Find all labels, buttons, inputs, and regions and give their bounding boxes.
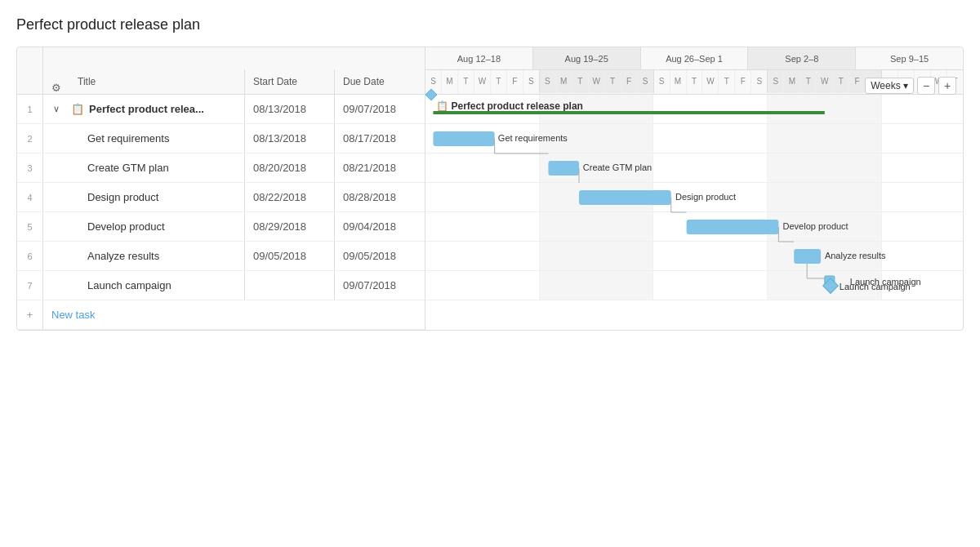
week-label-5: Sep 9–15 <box>856 47 963 69</box>
task-start-date: 09/05/2018 <box>245 242 335 270</box>
task-title[interactable]: Launch campaign <box>69 271 245 300</box>
task-bar-develop-product[interactable] <box>687 220 779 234</box>
gantt-container: ⚙ Title Start Date Due Date 1 ∨ 📋 Perfec… <box>16 47 964 331</box>
task-due-date: 09/07/2018 <box>335 95 425 123</box>
task-bar-get-requirements[interactable] <box>433 131 494 146</box>
week-label-4: Sep 2–8 <box>748 47 856 69</box>
task-start-date <box>245 271 335 300</box>
task-due-date: 08/17/2018 <box>335 124 425 153</box>
task-title[interactable]: Develop product <box>69 212 245 241</box>
milestone-label: Launch campaign <box>840 282 911 291</box>
zoom-in-button[interactable]: + <box>938 77 956 95</box>
table-row[interactable]: 1 ∨ 📋 Perfect product relea... 08/13/201… <box>17 95 425 124</box>
table-row[interactable]: 2 Get requirements 08/13/2018 08/17/2018 <box>17 124 425 153</box>
bar-label-design-product: Design product <box>675 192 736 202</box>
task-title[interactable]: 📋 Perfect product relea... <box>69 95 245 123</box>
page: Perfect product release plan ⚙ Title Sta… <box>0 0 980 547</box>
table-row[interactable]: 4 Design product 08/22/2018 08/28/2018 <box>17 183 425 212</box>
task-bar-design-product[interactable] <box>579 190 671 205</box>
task-start-date: 08/20/2018 <box>245 153 335 182</box>
week-label-1: Aug 12–18 <box>425 47 533 69</box>
table-row[interactable]: 5 Develop product 08/29/2018 09/04/2018 <box>17 212 425 242</box>
gantt-svg: .pct { } 📋 Perfect product release plan … <box>425 95 963 300</box>
bar-label-get-requirements: Get requirements <box>498 133 568 143</box>
task-title[interactable]: Design product <box>69 183 245 211</box>
week-label-3: Aug 26–Sep 1 <box>641 47 749 69</box>
task-title[interactable]: Get requirements <box>69 124 245 153</box>
row-number: 1 <box>17 95 43 123</box>
row-number: 5 <box>17 212 43 241</box>
milestone-row: Launch campaign <box>425 271 963 300</box>
bar-label-create-gtm: Create GTM plan <box>583 162 652 172</box>
day-labels-row: S M T W T F S S M T W T F S S <box>425 70 963 93</box>
task-title[interactable]: Analyze results <box>69 242 245 270</box>
page-title: Perfect product release plan <box>16 16 964 33</box>
task-start-date: 08/29/2018 <box>245 212 335 241</box>
week-labels-row: Aug 12–18 Aug 19–25 Aug 26–Sep 1 Sep 2–8… <box>425 47 963 70</box>
week-label-2: Aug 19–25 <box>533 47 641 69</box>
collapse-icon[interactable]: ∨ <box>43 95 69 123</box>
row-number: 7 <box>17 271 43 300</box>
gantt-body: .pct { } 📋 Perfect product release plan … <box>425 95 963 300</box>
gantt-chart: Aug 12–18 Aug 19–25 Aug 26–Sep 1 Sep 2–8… <box>425 47 963 330</box>
new-task-row[interactable]: + New task <box>17 300 425 330</box>
row-num-header <box>17 47 43 94</box>
task-bar-analyze-results[interactable] <box>794 249 821 264</box>
task-due-date: 08/21/2018 <box>335 153 425 182</box>
row-number: 6 <box>17 242 43 270</box>
task-due-date: 08/28/2018 <box>335 183 425 211</box>
col-due-header: Due Date <box>335 69 425 94</box>
col-title-header: Title <box>69 69 245 94</box>
task-due-date: 09/05/2018 <box>335 242 425 270</box>
bar-label-develop-product: Develop product <box>783 221 849 231</box>
gantt-header: Aug 12–18 Aug 19–25 Aug 26–Sep 1 Sep 2–8… <box>425 47 963 95</box>
table-header: ⚙ Title Start Date Due Date <box>17 47 425 95</box>
settings-icon[interactable]: ⚙ <box>43 82 69 94</box>
col-start-header: Start Date <box>245 69 335 94</box>
table-row[interactable]: 7 Launch campaign 09/07/2018 <box>17 271 425 300</box>
task-doc-icon: 📋 <box>71 103 84 115</box>
row-number: 3 <box>17 153 43 182</box>
task-start-date: 08/13/2018 <box>245 95 335 123</box>
table-row[interactable]: 3 Create GTM plan 08/20/2018 08/21/2018 <box>17 153 425 183</box>
task-start-date: 08/22/2018 <box>245 183 335 211</box>
project-bar-label: 📋 Perfect product release plan <box>436 100 583 112</box>
milestone-diamond-shape[interactable] <box>822 278 839 294</box>
task-due-date: 09/07/2018 <box>335 271 425 300</box>
task-table: ⚙ Title Start Date Due Date 1 ∨ 📋 Perfec… <box>17 47 425 330</box>
table-row[interactable]: 6 Analyze results 09/05/2018 09/05/2018 <box>17 242 425 271</box>
task-title[interactable]: Create GTM plan <box>69 153 245 182</box>
row-number: 2 <box>17 124 43 153</box>
new-task-button[interactable]: New task <box>43 309 425 321</box>
add-task-plus-icon: + <box>17 300 43 329</box>
task-bar-create-gtm[interactable] <box>548 161 579 176</box>
week-selector-dropdown[interactable]: Weeks ▾ <box>865 78 914 94</box>
week-controls: Weeks ▾ − + <box>865 77 956 95</box>
bar-label-analyze-results: Analyze results <box>825 251 886 260</box>
row-number: 4 <box>17 183 43 211</box>
zoom-out-button[interactable]: − <box>917 77 935 95</box>
task-due-date: 09/04/2018 <box>335 212 425 241</box>
task-start-date: 08/13/2018 <box>245 124 335 153</box>
